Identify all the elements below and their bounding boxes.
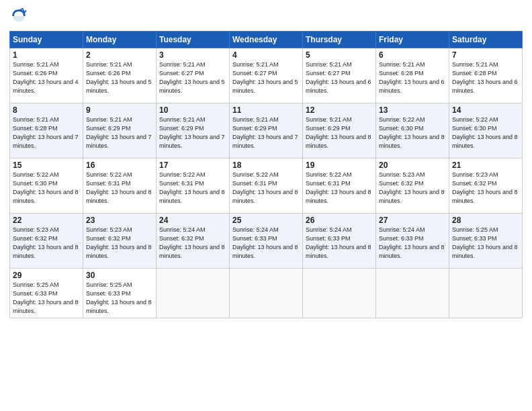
daylight-text: Daylight: 13 hours and 8 minutes. [13,189,79,204]
day-info: Sunrise: 5:21 AMSunset: 6:27 PMDaylight:… [232,60,300,95]
day-number: 8 [13,105,80,115]
day-number: 23 [86,216,153,225]
calendar-cell: 29Sunrise: 5:25 AMSunset: 6:33 PMDayligh… [10,269,83,318]
calendar-cell: 5Sunrise: 5:21 AMSunset: 6:27 PMDaylight… [303,48,376,103]
day-number: 30 [86,271,153,280]
sunset-text: Sunset: 6:32 PM [159,235,204,242]
day-info: Sunrise: 5:23 AMSunset: 6:32 PMDaylight:… [379,171,446,205]
sunset-text: Sunset: 6:27 PM [232,70,277,77]
day-number: 25 [232,216,300,225]
day-number: 21 [452,161,519,170]
day-number: 29 [13,271,80,280]
day-info: Sunrise: 5:22 AMSunset: 6:30 PMDaylight:… [13,171,80,205]
sunset-text: Sunset: 6:27 PM [306,70,351,77]
day-number: 5 [306,50,373,60]
header-monday: Monday [83,32,157,48]
calendar-cell: 2Sunrise: 5:21 AMSunset: 6:26 PMDaylight… [83,48,157,103]
day-number: 20 [379,161,446,170]
daylight-text: Daylight: 13 hours and 8 minutes. [452,244,518,259]
daylight-text: Daylight: 13 hours and 5 minutes. [86,79,152,94]
daylight-text: Daylight: 13 hours and 8 minutes. [86,189,152,204]
calendar-cell: 15Sunrise: 5:22 AMSunset: 6:30 PMDayligh… [10,158,83,214]
sunset-text: Sunset: 6:32 PM [13,235,58,242]
day-info: Sunrise: 5:23 AMSunset: 6:32 PMDaylight:… [13,226,80,261]
logo-icon [9,7,28,26]
sunrise-text: Sunrise: 5:21 AM [86,116,132,123]
calendar-cell [449,269,523,318]
daylight-text: Daylight: 13 hours and 8 minutes. [379,244,445,259]
day-number: 11 [232,105,300,115]
day-info: Sunrise: 5:23 AMSunset: 6:32 PMDaylight:… [452,171,519,205]
calendar-cell: 9Sunrise: 5:21 AMSunset: 6:29 PMDaylight… [83,103,157,158]
sunset-text: Sunset: 6:31 PM [159,180,204,187]
day-info: Sunrise: 5:25 AMSunset: 6:33 PMDaylight:… [13,281,80,316]
header-thursday: Thursday [303,32,376,48]
sunset-text: Sunset: 6:29 PM [86,125,131,132]
calendar-week-5: 29Sunrise: 5:25 AMSunset: 6:33 PMDayligh… [10,269,523,318]
header [9,7,523,26]
calendar-cell: 26Sunrise: 5:24 AMSunset: 6:33 PMDayligh… [303,214,376,269]
sunrise-text: Sunrise: 5:21 AM [13,116,59,123]
daylight-text: Daylight: 13 hours and 8 minutes. [452,189,518,204]
calendar-cell: 25Sunrise: 5:24 AMSunset: 6:33 PMDayligh… [230,214,303,269]
day-info: Sunrise: 5:21 AMSunset: 6:29 PMDaylight:… [159,116,226,150]
daylight-text: Daylight: 13 hours and 7 minutes. [232,134,298,149]
header-sunday: Sunday [10,32,83,48]
calendar-cell: 16Sunrise: 5:22 AMSunset: 6:31 PMDayligh… [83,158,157,214]
sunrise-text: Sunrise: 5:22 AM [232,171,279,178]
sunrise-text: Sunrise: 5:21 AM [232,116,279,123]
day-number: 4 [232,50,300,60]
day-number: 28 [452,216,519,225]
calendar-cell: 13Sunrise: 5:22 AMSunset: 6:30 PMDayligh… [376,103,449,158]
sunset-text: Sunset: 6:31 PM [86,180,131,187]
day-info: Sunrise: 5:21 AMSunset: 6:27 PMDaylight:… [159,60,226,95]
daylight-text: Daylight: 13 hours and 8 minutes. [86,244,152,259]
calendar-cell: 14Sunrise: 5:22 AMSunset: 6:30 PMDayligh… [449,103,523,158]
calendar-cell: 27Sunrise: 5:24 AMSunset: 6:33 PMDayligh… [376,214,449,269]
day-info: Sunrise: 5:22 AMSunset: 6:31 PMDaylight:… [86,171,153,205]
calendar-cell: 10Sunrise: 5:21 AMSunset: 6:29 PMDayligh… [157,103,230,158]
sunset-text: Sunset: 6:33 PM [13,290,58,297]
daylight-text: Daylight: 13 hours and 8 minutes. [86,299,152,314]
day-number: 15 [13,161,80,170]
day-number: 2 [86,50,153,60]
calendar-cell: 1Sunrise: 5:21 AMSunset: 6:26 PMDaylight… [10,48,83,103]
day-number: 7 [452,50,519,60]
day-info: Sunrise: 5:21 AMSunset: 6:28 PMDaylight:… [13,116,80,150]
sunset-text: Sunset: 6:33 PM [86,290,131,297]
sunrise-text: Sunrise: 5:21 AM [306,61,352,68]
day-info: Sunrise: 5:21 AMSunset: 6:28 PMDaylight:… [379,60,446,95]
day-info: Sunrise: 5:21 AMSunset: 6:29 PMDaylight:… [306,116,373,150]
daylight-text: Daylight: 13 hours and 8 minutes. [159,189,225,204]
daylight-text: Daylight: 13 hours and 8 minutes. [232,189,298,204]
daylight-text: Daylight: 13 hours and 8 minutes. [452,134,518,149]
calendar-cell [303,269,376,318]
calendar-cell: 6Sunrise: 5:21 AMSunset: 6:28 PMDaylight… [376,48,449,103]
daylight-text: Daylight: 13 hours and 7 minutes. [13,134,79,149]
sunset-text: Sunset: 6:28 PM [379,70,424,77]
day-number: 22 [13,216,80,225]
sunset-text: Sunset: 6:33 PM [452,235,497,242]
sunset-text: Sunset: 6:28 PM [452,70,497,77]
logo [9,7,30,26]
calendar-cell [230,269,303,318]
sunrise-text: Sunrise: 5:22 AM [13,171,59,178]
calendar-cell: 24Sunrise: 5:24 AMSunset: 6:32 PMDayligh… [157,214,230,269]
day-info: Sunrise: 5:22 AMSunset: 6:31 PMDaylight:… [306,171,373,205]
daylight-text: Daylight: 13 hours and 8 minutes. [159,244,225,259]
calendar-cell: 20Sunrise: 5:23 AMSunset: 6:32 PMDayligh… [376,158,449,214]
day-info: Sunrise: 5:22 AMSunset: 6:31 PMDaylight:… [159,171,226,205]
day-number: 6 [379,50,446,60]
sunrise-text: Sunrise: 5:21 AM [86,61,132,68]
sunset-text: Sunset: 6:30 PM [452,125,497,132]
calendar-week-1: 1Sunrise: 5:21 AMSunset: 6:26 PMDaylight… [10,48,523,103]
sunset-text: Sunset: 6:31 PM [232,180,277,187]
sunset-text: Sunset: 6:33 PM [232,235,277,242]
day-info: Sunrise: 5:21 AMSunset: 6:26 PMDaylight:… [86,60,153,95]
calendar: SundayMondayTuesdayWednesdayThursdayFrid… [9,31,523,318]
sunrise-text: Sunrise: 5:21 AM [306,116,352,123]
header-friday: Friday [376,32,449,48]
daylight-text: Daylight: 13 hours and 8 minutes. [379,134,445,149]
day-number: 26 [306,216,373,225]
header-tuesday: Tuesday [157,32,230,48]
